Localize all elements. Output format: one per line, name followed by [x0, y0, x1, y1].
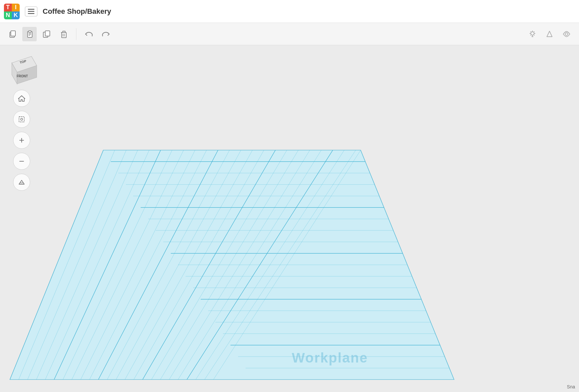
logo-cell-n: N	[4, 11, 12, 19]
paste-button[interactable]	[22, 27, 37, 41]
svg-text:FRONT: FRONT	[17, 74, 28, 78]
view-cube-svg: TOP FRONT	[5, 50, 41, 87]
perspective-button[interactable]	[13, 174, 30, 191]
copy-icon	[8, 29, 17, 39]
view-cube[interactable]: TOP FRONT	[5, 50, 38, 83]
home-icon	[18, 94, 26, 102]
paste-icon	[25, 29, 34, 39]
duplicate-icon	[42, 29, 51, 39]
zoom-out-icon	[18, 157, 26, 165]
duplicate-button[interactable]	[39, 27, 54, 41]
home-button[interactable]	[13, 90, 30, 107]
logo-cell-t: T	[4, 4, 12, 11]
toolbar-separator-1	[76, 28, 76, 40]
svg-rect-14	[63, 31, 65, 32]
svg-rect-0	[28, 9, 34, 10]
zoom-in-button[interactable]	[13, 132, 30, 149]
redo-button[interactable]	[99, 27, 113, 41]
shape-button[interactable]	[542, 27, 557, 41]
svg-rect-2	[28, 13, 34, 14]
delete-icon	[59, 29, 68, 39]
workplane-grid	[0, 45, 579, 392]
light-icon	[528, 29, 537, 39]
toolbar	[0, 23, 579, 45]
perspective-icon	[18, 178, 26, 186]
undo-button[interactable]	[82, 27, 96, 41]
project-title: Coffee Shop/Bakery	[43, 7, 111, 16]
svg-point-83	[21, 118, 23, 120]
main-area: Workplane Sna TOP FRONT	[0, 45, 579, 392]
redo-icon	[101, 29, 110, 39]
view-icon	[562, 29, 571, 39]
svg-point-18	[565, 33, 568, 35]
svg-rect-6	[29, 31, 31, 32]
logo-cell-i: I	[12, 4, 20, 11]
zoom-out-button[interactable]	[13, 153, 30, 170]
fit-icon	[18, 115, 26, 123]
svg-rect-82	[19, 117, 24, 122]
undo-icon	[84, 29, 93, 39]
logo-cell-k: K	[12, 11, 20, 19]
svg-rect-1	[28, 11, 34, 12]
canvas-area[interactable]: Workplane Sna	[0, 45, 579, 392]
menu-icon	[28, 9, 34, 14]
left-panel: TOP FRONT	[5, 45, 38, 191]
fit-button[interactable]	[13, 111, 30, 128]
light-button[interactable]	[525, 27, 540, 41]
view-button[interactable]	[559, 27, 574, 41]
zoom-in-icon	[18, 136, 26, 144]
tinkercad-logo[interactable]: T I N K	[4, 4, 20, 19]
delete-button[interactable]	[56, 27, 71, 41]
snap-indicator: Sna	[567, 384, 575, 389]
svg-rect-4	[11, 31, 15, 36]
svg-rect-12	[62, 32, 66, 38]
menu-button[interactable]	[25, 7, 37, 16]
svg-rect-11	[45, 31, 50, 36]
topbar: T I N K Coffee Shop/Bakery	[0, 0, 579, 23]
shape-icon	[545, 29, 554, 39]
copy-button[interactable]	[5, 27, 20, 41]
